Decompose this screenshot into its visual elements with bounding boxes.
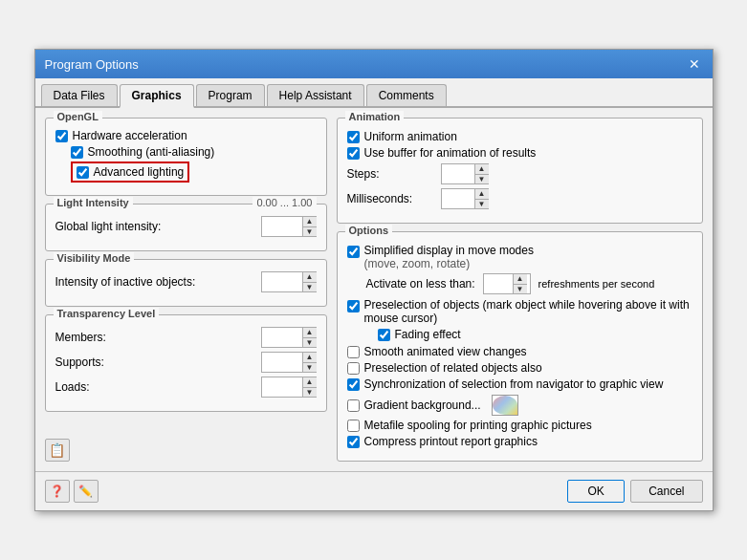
visibility-mode-group-label: Visibility Mode <box>54 252 135 264</box>
global-light-spinner-btns: ▲ ▼ <box>302 217 317 236</box>
left-bottom-area: 📋 <box>45 435 327 462</box>
close-button[interactable]: ✕ <box>686 55 703 73</box>
supports-spinner-btns: ▲ ▼ <box>302 353 317 372</box>
hardware-acceleration-checkbox[interactable] <box>55 130 68 142</box>
milliseconds-down[interactable]: ▼ <box>475 199 489 208</box>
smoothing-label: Smoothing (anti-aliasing) <box>88 145 215 159</box>
gradient-background-label: Gradient background... <box>364 398 481 412</box>
cancel-button[interactable]: Cancel <box>630 480 702 503</box>
simplified-display-row: Simplified display in move modes (move, … <box>347 244 692 270</box>
transparency-group: Transparency Level Members: 0.70 ▲ ▼ Sup… <box>45 314 327 412</box>
synchronization-row: Synchronization of selection from naviga… <box>347 377 692 391</box>
light-intensity-group: Light Intensity 0.00 ... 1.00 Global lig… <box>45 204 327 251</box>
preselection-related-checkbox[interactable] <box>347 362 360 375</box>
fading-checkbox[interactable] <box>378 329 390 341</box>
members-up[interactable]: ▲ <box>303 328 317 337</box>
global-light-input[interactable]: 0.60 <box>262 218 302 235</box>
title-bar: Program Options ✕ <box>35 50 713 78</box>
inactive-objects-input[interactable]: 0.60 <box>262 273 302 291</box>
smooth-animated-label: Smooth animated view changes <box>364 345 527 358</box>
steps-up[interactable]: ▲ <box>475 164 489 174</box>
loads-down[interactable]: ▼ <box>303 387 317 397</box>
activate-less-down[interactable]: ▼ <box>514 284 527 293</box>
advanced-lighting-highlight: Advanced lighting <box>71 162 190 183</box>
simplified-display-checkbox[interactable] <box>347 246 360 258</box>
global-light-spinner: 0.60 ▲ ▼ <box>261 216 317 237</box>
milliseconds-spinner: 50 ▲ ▼ <box>441 188 489 209</box>
milliseconds-row: Milliseconds: 50 ▲ ▼ <box>347 188 692 209</box>
fading-label: Fading effect <box>395 328 461 341</box>
preselection-related-row: Preselection of related objects also <box>347 361 692 375</box>
inactive-objects-spinner-btns: ▲ ▼ <box>302 272 317 291</box>
tab-data-files[interactable]: Data Files <box>41 84 118 106</box>
advanced-lighting-label: Advanced lighting <box>94 165 185 179</box>
smooth-animated-checkbox[interactable] <box>347 346 360 358</box>
program-options-dialog: Program Options ✕ Data Files Graphics Pr… <box>34 49 714 511</box>
loads-label: Loads: <box>55 380 253 394</box>
preselection-checkbox[interactable] <box>347 300 360 312</box>
tab-comments[interactable]: Comments <box>366 84 447 106</box>
hardware-acceleration-row: Hardware acceleration <box>55 129 317 142</box>
preselection-row: Preselection of objects (mark object whi… <box>347 298 692 325</box>
use-buffer-checkbox[interactable] <box>347 147 360 160</box>
loads-up[interactable]: ▲ <box>303 377 317 387</box>
milliseconds-up[interactable]: ▲ <box>475 189 489 199</box>
gradient-preview-button[interactable] <box>492 395 518 416</box>
inactive-objects-label: Intensity of inactive objects: <box>55 275 253 289</box>
compress-printout-checkbox[interactable] <box>347 436 360 448</box>
help-icon: ❓ <box>50 485 64 498</box>
inactive-objects-up[interactable]: ▲ <box>303 272 317 282</box>
smoothing-row: Smoothing (anti-aliasing) <box>71 145 317 159</box>
tab-help-assistant[interactable]: Help Assistant <box>267 84 364 106</box>
uniform-animation-checkbox[interactable] <box>347 131 360 143</box>
advanced-lighting-checkbox[interactable] <box>77 166 89 179</box>
activate-less-up[interactable]: ▲ <box>514 274 527 284</box>
members-input[interactable]: 0.70 <box>262 329 302 346</box>
loads-spinner: 0.20 ▲ ▼ <box>261 377 317 398</box>
use-buffer-label: Use buffer for animation of results <box>364 146 537 160</box>
metafile-checkbox[interactable] <box>347 420 360 432</box>
global-light-label: Global light intensity: <box>55 220 253 233</box>
bottom-left-buttons: ❓ ✏️ <box>45 480 99 503</box>
tab-program[interactable]: Program <box>196 84 265 106</box>
ok-button[interactable]: OK <box>567 480 625 503</box>
visibility-mode-group: Visibility Mode Intensity of inactive ob… <box>45 259 327 307</box>
loads-input[interactable]: 0.20 <box>262 378 302 396</box>
loads-row: Loads: 0.20 ▲ ▼ <box>55 377 317 398</box>
steps-input[interactable]: 20 <box>442 165 474 183</box>
simplified-display-sublabel: (move, zoom, rotate) <box>364 257 534 270</box>
edit-icon-button[interactable]: ✏️ <box>74 480 99 503</box>
loads-spinner-btns: ▲ ▼ <box>302 377 317 397</box>
options-group: Options Simplified display in move modes… <box>337 231 703 462</box>
members-spinner: 0.70 ▲ ▼ <box>261 327 317 348</box>
edit-icon: ✏️ <box>78 485 93 498</box>
inactive-objects-down[interactable]: ▼ <box>303 282 317 291</box>
steps-spinner-btns: ▲ ▼ <box>474 164 489 183</box>
activate-less-row: Activate on less than: 5 ▲ ▼ refreshment… <box>366 273 692 294</box>
use-buffer-row: Use buffer for animation of results <box>347 146 692 160</box>
gradient-background-row: Gradient background... <box>347 395 692 416</box>
supports-up[interactable]: ▲ <box>303 353 317 362</box>
members-down[interactable]: ▼ <box>303 337 317 347</box>
synchronization-checkbox[interactable] <box>347 378 360 391</box>
steps-down[interactable]: ▼ <box>475 174 489 183</box>
left-column: OpenGL Hardware acceleration Smoothing (… <box>45 118 327 462</box>
supports-down[interactable]: ▼ <box>303 362 317 372</box>
global-light-down[interactable]: ▼ <box>303 226 317 236</box>
smoothing-checkbox[interactable] <box>71 146 83 159</box>
global-light-up[interactable]: ▲ <box>303 217 317 226</box>
transparency-group-label: Transparency Level <box>54 308 160 319</box>
refresh-label: refreshments per second <box>538 278 655 290</box>
supports-input[interactable]: 0.50 <box>262 354 302 371</box>
animation-group: Animation Uniform animation Use buffer f… <box>337 118 703 224</box>
help-icon-button[interactable]: ❓ <box>45 480 70 503</box>
compress-printout-label: Compress printout report graphics <box>364 435 538 448</box>
preselection-related-label: Preselection of related objects also <box>364 361 542 375</box>
milliseconds-input[interactable]: 50 <box>442 190 474 207</box>
tab-graphics[interactable]: Graphics <box>120 84 194 108</box>
steps-label: Steps: <box>347 167 433 181</box>
gradient-background-checkbox[interactable] <box>347 399 360 412</box>
milliseconds-label: Milliseconds: <box>347 192 433 205</box>
activate-less-input[interactable]: 5 <box>484 275 513 292</box>
info-icon-button[interactable]: 📋 <box>45 439 70 462</box>
